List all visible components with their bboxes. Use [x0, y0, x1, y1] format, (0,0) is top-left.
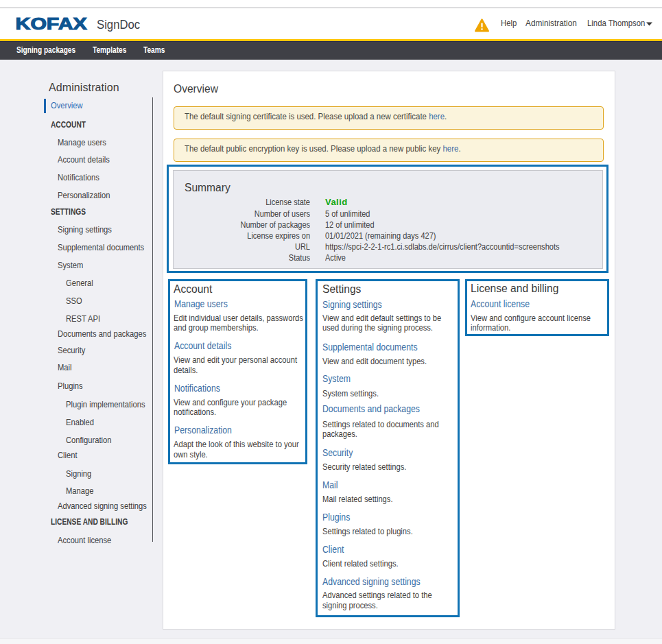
- svg-text:KOFAX: KOFAX: [16, 14, 88, 32]
